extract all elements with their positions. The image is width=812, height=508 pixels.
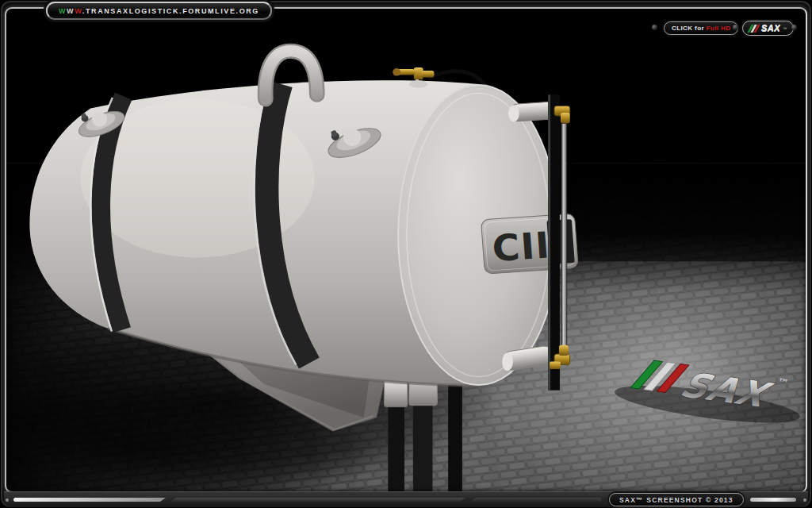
footer-dot-right [803, 498, 806, 502]
url-w-red: W [75, 7, 82, 15]
sight-tube [561, 123, 567, 354]
fullhd-button[interactable]: CLICK for Full HD [664, 21, 738, 35]
url-rest: .TRANSAXLOGISTICK.FORUMLIVE.ORG [82, 7, 259, 15]
forum-url-pill[interactable]: WWW.TRANSAXLOGISTICK.FORUMLIVE.ORG [46, 2, 272, 20]
footer-dash [750, 498, 796, 502]
italian-stripes-icon [749, 25, 758, 33]
footer-bar: SAX™ SCREENSHOT © 2013 [4, 491, 808, 507]
screenshot-caption: SAX™ SCREENSHOT © 2013 [619, 496, 733, 504]
screenshot-caption-pill: SAX™ SCREENSHOT © 2013 [609, 493, 744, 506]
url-w-white: W [67, 7, 75, 15]
brand-tm: ™ [783, 26, 787, 31]
url-w-green: W [59, 7, 67, 15]
scene-svg: SAX ™ [6, 9, 806, 491]
screenshot-frame: SAX ™ [0, 0, 812, 508]
screw-icon [733, 25, 738, 30]
render-scene: SAX ™ [6, 9, 806, 491]
sax-brand-pill[interactable]: SAX ™ [742, 21, 794, 36]
footer-segment [470, 498, 601, 502]
footer-accent-line [13, 498, 166, 502]
fullhd-prefix: CLICK for [672, 25, 707, 32]
tank-badge-text: CII [491, 224, 551, 270]
fullhd-highlight: Full HD [707, 25, 731, 32]
screw-icon [652, 25, 657, 30]
screw-icon [791, 25, 797, 30]
footer-dot-left [6, 498, 9, 502]
brand-name: SAX [761, 24, 780, 33]
footer-segment [170, 498, 465, 502]
